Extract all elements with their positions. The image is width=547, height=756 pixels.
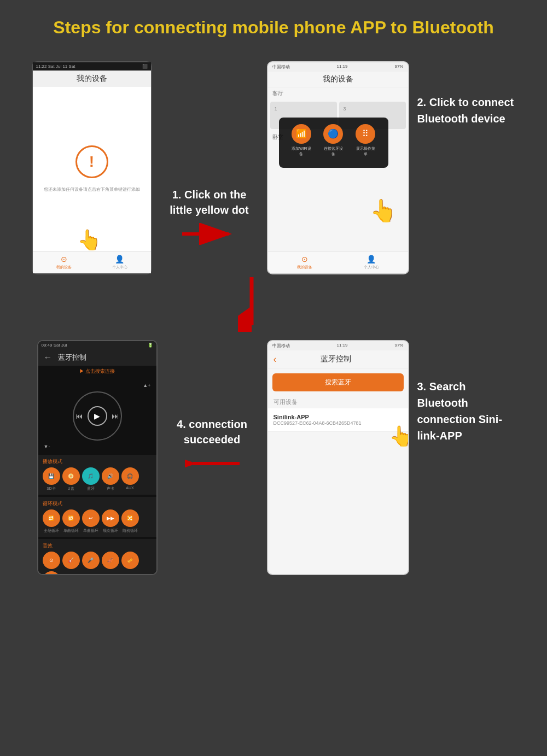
back-arrow-4[interactable]: ← [44, 353, 53, 362]
phone1-body: ! 您还未添加任何设备请点击右下角菜单键进行添加 [33, 87, 151, 251]
phone2-statusbar-left: 中国移动 [272, 64, 290, 70]
nav-item-profile[interactable]: 👤 个人中心 [112, 255, 127, 270]
room-label: 客厅 [268, 87, 408, 99]
play-btn[interactable]: ▶ [88, 406, 107, 426]
mode-usb[interactable]: 📀 [62, 467, 80, 485]
phone2-statusbar-time: 11:19 [336, 64, 347, 70]
effect-country[interactable]: 🎼 [43, 571, 60, 575]
phone3-titlebar: ‹ 蓝牙控制 [268, 350, 408, 369]
device-mac: DCC99527-EC62-04A8-6CB4265D4781 [274, 420, 403, 426]
phone4-titlebar: ← 蓝牙控制 [38, 349, 156, 366]
effect-rock[interactable]: 🎸 [62, 552, 80, 569]
play-mode-icons: 💾 📀 🎵 🔊 🎧 [43, 467, 152, 485]
popup-bluetooth-item[interactable]: 🔵 连接蓝牙设备 [322, 124, 344, 157]
page-title: Steps for connecting mobile phone APP to… [0, 0, 547, 50]
effect-classic[interactable]: 🎻 [102, 552, 119, 569]
middle-arrow-down [0, 277, 547, 332]
phone2-nav-device[interactable]: ⊙ 我的设备 [297, 255, 312, 270]
phone1-statusbar: 11:22 Sat Jul 11 Sat ⬛ [33, 62, 151, 71]
loop-single2[interactable]: ↩ [82, 509, 100, 527]
loop-single[interactable]: 🔂 [62, 509, 80, 527]
label-usb: U盘 [62, 486, 80, 491]
loop-mode-label: 循环模式 [43, 500, 152, 507]
phone4-title-text: 蓝牙控制 [58, 353, 86, 362]
phone4-container: 09:49 Sat Jul 🔋 ← 蓝牙控制 ▶ 点击搜索连接 ▲+ ⏮ ▶ ⏭… [37, 340, 158, 575]
phone1-statusbar-text: 11:22 Sat Jul 11 Sat [36, 64, 75, 69]
step4-area: 4. connection succeeded [166, 417, 259, 474]
loop-random[interactable]: 🔀 [121, 509, 139, 527]
phone3-statusbar-time: 11:19 [336, 343, 347, 349]
popup-wifi-item[interactable]: 📶 添加WIFI设备 [290, 124, 312, 157]
phone-screen-4: 09:49 Sat Jul 🔋 ← 蓝牙控制 ▶ 点击搜索连接 ▲+ ⏮ ▶ ⏭… [37, 340, 158, 575]
play-mode-labels: SD卡 U盘 蓝牙 声卡 AUX [43, 486, 152, 491]
phone2-nav-device-label: 我的设备 [297, 265, 312, 270]
phone2-nav-profile-label: 个人中心 [364, 265, 379, 270]
search-button[interactable]: 搜索蓝牙 [272, 373, 404, 391]
available-devices-label: 可用设备 [268, 396, 408, 408]
inner-controls: ⏮ ▶ ⏭ [75, 406, 119, 426]
popup-menu-label: 展示操作菜单 [354, 146, 376, 157]
popup-bluetooth-circle: 🔵 [323, 124, 343, 144]
phone2-profile-icon: 👤 [366, 255, 376, 263]
phone3-statusbar-left: 中国移动 [272, 343, 290, 349]
phone1-container: 11:22 Sat Jul 11 Sat ⬛ 我的设备 ! 您还未添加任何设备请… [32, 61, 152, 274]
arrow-right-1 [182, 223, 237, 245]
popup-wifi-label: 添加WIFI设备 [290, 146, 312, 157]
hand-cursor-phone3: 👆 [389, 425, 409, 448]
vol-up-label: ▲+ [143, 383, 150, 388]
sound-effect-section: 音效 ⊙ 🎸 🎤 🎻 🎺 🎼 正常 摇滚 流行 古典 爵士 乡村 [38, 539, 156, 575]
mode-aux[interactable]: 🎧 [121, 467, 139, 485]
mode-sdcard[interactable]: 💾 [43, 467, 60, 485]
nav-my-device-label: 我的设备 [56, 265, 72, 270]
device-list-item[interactable]: Sinilink-APP DCC99527-EC62-04A8-6CB4265D… [268, 408, 408, 432]
phone2-bottom-nav: ⊙ 我的设备 👤 个人中心 [268, 251, 408, 273]
next-btn[interactable]: ⏭ [112, 412, 119, 420]
phone3-statusbar-right: 97% [394, 343, 403, 349]
loop-seq[interactable]: ▶▶ [102, 509, 119, 527]
popup-wifi-circle: 📶 [292, 124, 311, 144]
label-single-loop2: 单曲循环 [82, 528, 100, 534]
mode-bt[interactable]: 🎵 [82, 467, 100, 485]
label-bt: 蓝牙 [82, 486, 100, 491]
step1-area: 1. Click on the little yellow dot [160, 187, 259, 245]
prev-btn[interactable]: ⏮ [75, 412, 83, 420]
label-seq: 顺次循环 [102, 528, 119, 534]
vol-down-label: ▼- [44, 444, 50, 449]
device-name: Sinilink-APP [274, 414, 403, 420]
phone-screen-3: 中国移动 11:19 97% ‹ 蓝牙控制 搜索蓝牙 可用设备 Sinilink… [267, 340, 409, 575]
popup-menu-item[interactable]: ⠿ 展示操作菜单 [354, 124, 376, 157]
hand-cursor-phone1: 👆 [77, 228, 102, 251]
dark-popup: 📶 添加WIFI设备 🔵 连接蓝牙设备 ⠿ 展示操作菜单 [279, 118, 388, 168]
phone2-nav-profile[interactable]: 👤 个人中心 [364, 255, 379, 270]
sound-effect-label: 音效 [43, 542, 152, 549]
loop-all[interactable]: 🔁 [43, 509, 60, 527]
phone4-statusbar-text: 09:49 Sat Jul [42, 343, 67, 348]
device-icon: ⊙ [61, 255, 67, 263]
step1-label: 1. Click on the little yellow dot [160, 187, 259, 218]
popup-bluetooth-label: 连接蓝牙设备 [322, 146, 344, 157]
phone4-battery: 🔋 [148, 343, 153, 348]
warning-circle: ! [75, 145, 108, 178]
bottom-section: 09:49 Sat Jul 🔋 ← 蓝牙控制 ▶ 点击搜索连接 ▲+ ⏮ ▶ ⏭… [0, 335, 547, 575]
effect-jazz[interactable]: 🎺 [121, 552, 139, 569]
phone1-titlebar: 我的设备 [33, 71, 151, 87]
label-sdcard: SD卡 [43, 486, 60, 491]
phone-screen-2: 中国移动 11:19 97% 我的设备 客厅 1 3 卧室 📶 [267, 61, 409, 274]
popup-menu-circle: ⠿ [356, 124, 375, 144]
arrow-left-svg [185, 453, 240, 474]
top-section: 11:22 Sat Jul 11 Sat ⬛ 我的设备 ! 您还未添加任何设备请… [0, 50, 547, 274]
effect-normal[interactable]: ⊙ [43, 552, 60, 569]
phone2-container: 中国移动 11:19 97% 我的设备 客厅 1 3 卧室 📶 [267, 61, 409, 274]
effect-pop[interactable]: 🎤 [82, 552, 100, 569]
mode-soundcard[interactable]: 🔊 [102, 467, 119, 485]
back-arrow-3[interactable]: ‹ [274, 354, 277, 365]
step3-label: 3. Search Bluetooth connection Sini- lin… [417, 378, 510, 444]
loop-mode-section: 循环模式 🔁 🔂 ↩ ▶▶ 🔀 全场循环 单曲循环 单曲循环 顺次循环 随机循环 [38, 497, 156, 537]
phone2-body: 客厅 1 3 卧室 📶 添加WIFI设备 🔵 连接蓝牙设 [268, 87, 408, 251]
step4-label: 4. connection succeeded [166, 417, 259, 447]
label-random: 随机循环 [121, 528, 139, 534]
nav-item-my-device[interactable]: ⊙ 我的设备 [56, 255, 72, 270]
phone1-battery: ⬛ [142, 64, 148, 69]
hand-cursor-phone2: 👆 [370, 198, 397, 224]
phone3-container: 中国移动 11:19 97% ‹ 蓝牙控制 搜索蓝牙 可用设备 Sinilink… [267, 340, 409, 575]
